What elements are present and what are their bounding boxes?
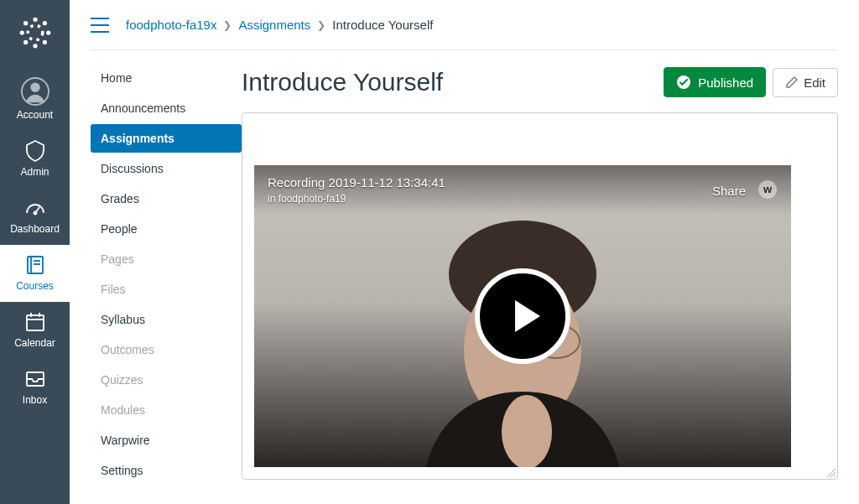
nav-courses[interactable]: Courses [0,245,70,302]
main-header: Introduce Yourself Published Edit [242,67,838,97]
published-button[interactable]: Published [664,67,766,97]
edit-label: Edit [804,75,825,90]
svg-point-7 [42,40,46,44]
breadcrumb-current: Introduce Yourself [332,18,433,32]
nav-account-label: Account [17,109,53,121]
nav-admin-label: Admin [20,166,49,178]
sidebar-item-grades[interactable]: Grades [91,184,242,213]
video-recording-title: Recording 2019-11-12 13:34:41 [268,175,712,190]
svg-point-2 [19,30,23,34]
svg-point-1 [33,44,37,48]
video-player[interactable]: Recording 2019-11-12 13:34:41 in foodpho… [254,165,791,467]
sidebar-item-warpwire[interactable]: Warpwire [91,426,242,455]
resize-handle-icon[interactable] [825,467,836,477]
body-wrap: Home Announcements Assignments Discussio… [91,50,859,504]
global-nav: Account Admin Dashboard Courses Calendar… [0,0,70,504]
sidebar-item-settings[interactable]: Settings [91,456,242,485]
chevron-right-icon: ❯ [317,19,325,31]
edit-button[interactable]: Edit [773,68,838,97]
topbar: foodphoto-fa19x ❯ Assignments ❯ Introduc… [91,0,838,50]
svg-point-8 [31,29,39,37]
hamburger-menu-icon[interactable] [91,18,109,33]
nav-inbox-label: Inbox [23,394,47,406]
sidebar-item-modules[interactable]: Modules [91,396,242,424]
assignment-description-box: Recording 2019-11-12 13:34:41 in foodpho… [242,112,838,480]
sidebar-item-home[interactable]: Home [91,64,242,92]
svg-point-3 [46,30,50,34]
breadcrumb: foodphoto-fa19x ❯ Assignments ❯ Introduc… [126,18,433,32]
sidebar-item-announcements[interactable]: Announcements [91,94,242,122]
nav-calendar[interactable]: Calendar [0,302,70,359]
sidebar-item-quizzes[interactable]: Quizzes [91,366,242,394]
svg-point-5 [42,21,46,25]
svg-point-0 [33,18,37,22]
sidebar-item-people[interactable]: People [91,215,242,243]
canvas-logo [18,15,53,50]
warpwire-badge-icon[interactable]: w [757,179,778,202]
sidebar-item-pages[interactable]: Pages [91,245,242,273]
course-side-menu: Home Announcements Assignments Discussio… [91,50,242,504]
nav-dashboard[interactable]: Dashboard [0,188,70,245]
nav-dashboard-label: Dashboard [10,223,60,235]
published-label: Published [698,75,753,90]
breadcrumb-section[interactable]: Assignments [238,18,310,32]
svg-point-11 [30,83,39,92]
content-area: foodphoto-fa19x ❯ Assignments ❯ Introduc… [70,0,859,504]
svg-point-25 [502,395,552,467]
svg-point-6 [23,40,28,44]
svg-point-4 [23,21,28,25]
svg-text:w: w [763,183,773,195]
breadcrumb-course[interactable]: foodphoto-fa19x [126,18,216,32]
sidebar-item-syllabus[interactable]: Syllabus [91,305,242,334]
video-titles: Recording 2019-11-12 13:34:41 in foodpho… [268,175,712,205]
sidebar-item-files[interactable]: Files [91,275,242,304]
svg-marker-28 [515,300,540,332]
sidebar-item-assignments[interactable]: Assignments [91,124,242,153]
sidebar-item-outcomes[interactable]: Outcomes [91,335,242,364]
video-share-button[interactable]: Share [712,184,746,198]
svg-point-12 [34,212,36,215]
chevron-right-icon: ❯ [223,19,232,31]
play-icon [507,297,545,335]
nav-courses-label: Courses [16,280,54,292]
play-button[interactable] [475,268,570,364]
video-recording-subtitle: in foodphoto-fa19 [268,193,712,205]
nav-account[interactable]: Account [0,69,70,131]
nav-admin[interactable]: Admin [0,131,70,188]
svg-line-31 [834,475,836,477]
svg-rect-13 [28,257,43,273]
pencil-icon [785,75,799,89]
nav-inbox[interactable]: Inbox [0,359,70,416]
nav-calendar-label: Calendar [14,337,55,349]
check-circle-icon [676,75,691,90]
main-content: Introduce Yourself Published Edit [242,50,859,504]
assignment-title: Introduce Yourself [242,68,664,96]
svg-rect-16 [27,315,44,330]
sidebar-item-discussions[interactable]: Discussions [91,154,242,183]
video-top-overlay: Recording 2019-11-12 13:34:41 in foodpho… [254,165,791,216]
